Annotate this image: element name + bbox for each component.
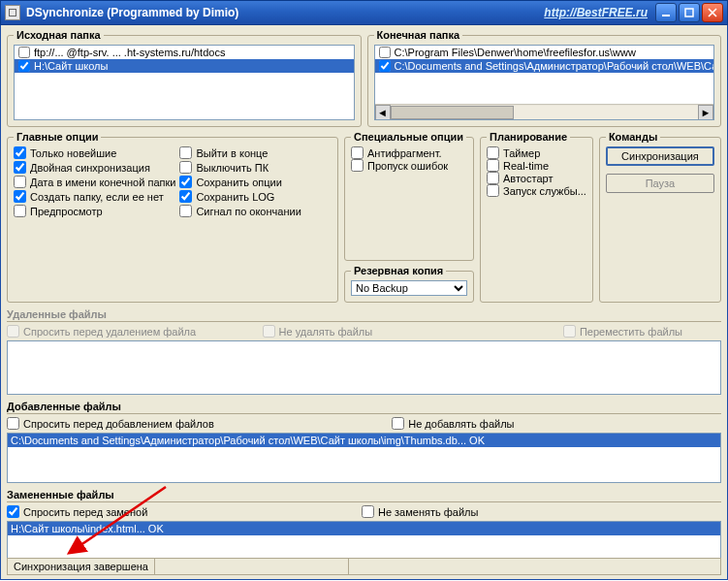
opt-only-newest[interactable]: Только новейшие [14,146,175,159]
source-legend: Исходная папка [14,29,104,41]
destination-list[interactable]: C:\Program Files\Denwer\home\freefilesfo… [374,45,715,120]
title-url[interactable]: http://BestFREE.ru [544,6,648,19]
move-files[interactable]: Переместить файлы [563,325,682,338]
opt-exit-end[interactable]: Выйти в конце [179,146,332,159]
commands-legend: Команды [606,131,660,143]
ask-before-delete[interactable]: Спросить перед удалением файла [7,325,196,338]
list-item-check[interactable] [379,47,391,58]
opt-signal-end[interactable]: Сигнал по окончании [179,205,332,217]
special-options-legend: Специальные опции [351,131,466,143]
maximize-button[interactable] [679,3,700,22]
opt-realtime[interactable]: Real-time [487,159,586,172]
list-item[interactable]: ftp://... @ftp-srv. ... .ht-systems.ru/h… [15,46,354,59]
deleted-header: Удаленные файлы [7,307,721,322]
dont-replace[interactable]: Не заменять файлы [362,505,478,518]
status-text: Синхронизация завершена [8,559,155,574]
commands-group: Команды Синхронизация Пауза [599,131,721,303]
scroll-thumb[interactable] [391,106,514,119]
opt-service[interactable]: Запуск службы... [487,184,586,197]
added-header: Добавленные файлы [7,399,721,414]
scroll-left-icon[interactable]: ◄ [375,105,391,120]
close-button[interactable] [702,3,723,22]
opt-create-folder[interactable]: Создать папку, если ее нет [14,190,175,203]
opt-antifragment[interactable]: Антифрагмент. [351,146,467,159]
opt-date-in-name[interactable]: Дата в имени конечной папки [14,176,175,188]
sync-button[interactable]: Синхронизация [606,146,714,166]
planning-legend: Планирование [487,131,570,143]
dont-add[interactable]: Не добавлять файлы [392,417,514,430]
list-item-check[interactable] [18,47,30,58]
status-cell-2 [155,559,349,574]
source-group: Исходная папка ftp://... @ftp-srv. ... .… [7,29,362,127]
opt-shutdown-pc[interactable]: Выключить ПК [179,161,332,174]
svg-rect-1 [685,9,693,16]
main-options-group: Главные опции Только новейшие Выйти в ко… [7,131,338,303]
list-item-text: C:\Program Files\Denwer\home\freefilesfo… [395,47,636,58]
statusbar: Синхронизация завершена [7,558,721,575]
ask-before-replace[interactable]: Спросить перед заменой [7,505,147,518]
list-item-check[interactable] [379,60,391,72]
list-item[interactable]: C:\Program Files\Denwer\home\freefilesfo… [375,46,714,59]
ask-before-add[interactable]: Спросить перед добавлением файлов [7,417,214,430]
opt-autostart[interactable]: Автостарт [487,172,586,184]
list-item-check[interactable] [18,60,30,72]
opt-timer[interactable]: Таймер [487,146,586,159]
list-item-text: ftp://... @ftp-srv. ... .ht-systems.ru/h… [34,47,225,58]
status-cell-3 [349,559,720,574]
backup-select[interactable]: No Backup [351,280,467,296]
main-options-legend: Главные опции [14,131,101,143]
list-item[interactable]: H:\Сайт школы [15,59,354,73]
app-icon [5,5,20,20]
opt-save-log[interactable]: Сохранить LOG [179,190,332,203]
replaced-header: Замененные файлы [7,487,721,502]
list-item[interactable]: C:\Documents and Settings\Администратор\… [375,59,714,73]
backup-legend: Резервная копия [351,265,446,276]
scroll-right-icon[interactable]: ► [698,105,713,120]
backup-group: Резервная копия No Backup [344,265,474,303]
titlebar: DSynchronize (Programmed by Dimio) http:… [0,0,728,25]
source-list[interactable]: ftp://... @ftp-srv. ... .ht-systems.ru/h… [14,45,355,120]
added-list[interactable]: C:\Documents and Settings\Администратор\… [7,433,721,483]
client-area: Исходная папка ftp://... @ftp-srv. ... .… [0,25,728,580]
added-row[interactable]: C:\Documents and Settings\Администратор\… [8,434,720,447]
opt-double-sync[interactable]: Двойная синхронизация [14,161,175,174]
list-item-text: C:\Documents and Settings\Администратор\… [395,60,714,72]
destination-legend: Конечная папка [377,29,460,41]
destination-group: Конечная папка O ... C:\Program Files\De… [367,29,722,127]
deleted-list[interactable] [7,340,721,395]
replaced-row[interactable]: H:\Сайт школы\index.html... OK [8,522,720,535]
dont-delete[interactable]: Не удалять файлы [263,325,373,338]
minimize-button[interactable] [655,3,677,22]
window-title: DSynchronize (Programmed by Dimio) [26,6,544,19]
special-options-group: Специальные опции Антифрагмент. Пропуск … [344,131,474,261]
opt-skip-errors[interactable]: Пропуск ошибок [351,159,467,172]
list-item-text: H:\Сайт школы [34,60,108,72]
pause-button[interactable]: Пауза [606,174,714,193]
planning-group: Планирование Таймер Real-time Автостарт … [480,131,593,303]
opt-save-options[interactable]: Сохранить опции [179,176,332,188]
hscrollbar[interactable]: ◄ ► [375,104,714,119]
svg-rect-0 [662,15,670,16]
opt-preview[interactable]: Предпросмотр [14,205,175,217]
